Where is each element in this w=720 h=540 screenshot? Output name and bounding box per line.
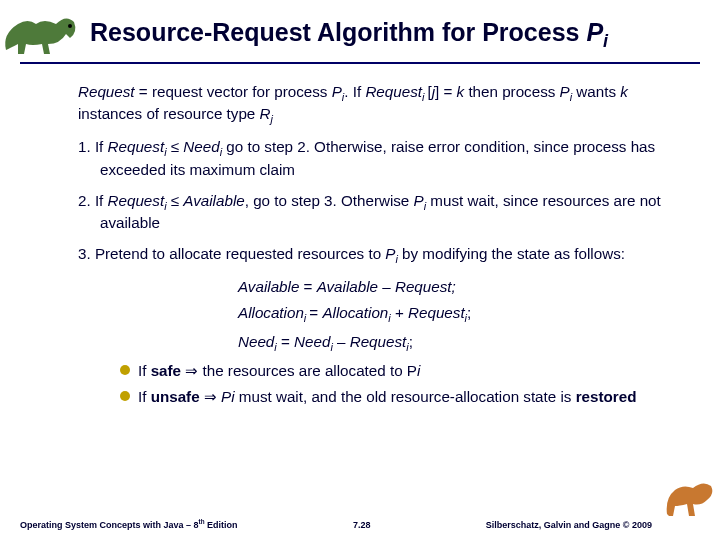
t: ; <box>467 304 471 321</box>
t: ⇒ the resources are allocated to P <box>181 362 417 379</box>
t: R <box>260 105 271 122</box>
t: by modifying the state as follows: <box>398 245 625 262</box>
bullet-icon <box>120 391 130 401</box>
t: Available <box>238 278 299 295</box>
t: If <box>138 388 151 405</box>
t: = request vector for process <box>135 83 332 100</box>
equation-allocation: Allocationi = Allocationi + Requesti; <box>78 303 680 326</box>
dinosaur-left-icon <box>0 4 82 62</box>
t: restored <box>576 388 637 405</box>
slide: Resource-Request Algorithm for Process P… <box>0 0 720 540</box>
t: Operating System Concepts with Java – 8 <box>20 520 199 530</box>
t: + <box>391 304 408 321</box>
t: . If <box>344 83 365 100</box>
t: ≤ <box>167 138 184 155</box>
t: , go to step 3. Otherwise <box>245 192 414 209</box>
t: Request <box>408 304 465 321</box>
t: Pi <box>221 388 235 405</box>
t: 1. If <box>78 138 108 155</box>
t: must wait, and the old resource-allocati… <box>235 388 576 405</box>
t: = <box>277 333 294 350</box>
t: Request <box>365 83 422 100</box>
t: P <box>560 83 570 100</box>
t: Available <box>183 192 244 209</box>
t: ≤ <box>167 192 184 209</box>
t: ; <box>409 333 413 350</box>
t: Need <box>294 333 330 350</box>
body: Request = request vector for process Pi.… <box>0 64 720 408</box>
t: ⇒ <box>200 388 221 405</box>
t: k <box>620 83 628 100</box>
t: Request <box>108 138 165 155</box>
t: then process <box>464 83 559 100</box>
t: j <box>270 114 272 126</box>
t: P <box>414 192 424 209</box>
title-text: Resource-Request Algorithm for Process <box>90 18 586 46</box>
t: Allocation <box>322 304 388 321</box>
t: safe <box>151 362 181 379</box>
t: P <box>332 83 342 100</box>
footer-right: Silberschatz, Galvin and Gagne © 2009 <box>486 520 700 530</box>
intro-paragraph: Request = request vector for process Pi.… <box>78 82 680 128</box>
svg-point-0 <box>68 24 72 28</box>
t: Allocation <box>238 304 304 321</box>
t: If <box>138 362 151 379</box>
footer-center: 7.28 <box>353 520 371 530</box>
t: – <box>378 278 395 295</box>
t: = <box>299 278 316 295</box>
equation-available: Available = Available – Request; <box>78 277 680 298</box>
t: Need <box>183 138 219 155</box>
step-1: 1. If Requesti ≤ Needi go to step 2. Oth… <box>78 137 680 180</box>
t: Need <box>238 333 274 350</box>
t: Request; <box>395 278 456 295</box>
bullet-icon <box>120 365 130 375</box>
t: instances of resource type <box>78 105 260 122</box>
equation-need: Needi = Needi – Requesti; <box>78 332 680 355</box>
t: = <box>309 304 322 321</box>
t: i <box>417 362 420 379</box>
t: – <box>333 333 350 350</box>
t: Edition <box>205 520 238 530</box>
t: unsafe <box>151 388 200 405</box>
bullet-unsafe: If unsafe ⇒ Pi must wait, and the old re… <box>78 387 680 408</box>
bullet-safe: If safe ⇒ the resources are allocated to… <box>78 361 680 382</box>
t: P <box>385 245 395 262</box>
t: Available <box>317 278 378 295</box>
t: Request <box>350 333 407 350</box>
t: 3. Pretend to allocate requested resourc… <box>78 245 385 262</box>
t: 2. If <box>78 192 108 209</box>
t: Request <box>108 192 165 209</box>
t: Request <box>78 83 135 100</box>
header: Resource-Request Algorithm for Process P… <box>0 0 720 58</box>
title-sub: i <box>603 31 608 51</box>
step-3: 3. Pretend to allocate requested resourc… <box>78 244 680 267</box>
footer-left: Operating System Concepts with Java – 8t… <box>20 518 238 530</box>
dinosaur-right-icon <box>663 470 718 520</box>
footer: Operating System Concepts with Java – 8t… <box>0 518 720 530</box>
title-proc: P <box>586 18 603 46</box>
step-2: 2. If Requesti ≤ Available, go to step 3… <box>78 191 680 234</box>
page-title: Resource-Request Algorithm for Process P… <box>90 18 700 52</box>
t: ] = <box>435 83 457 100</box>
t: wants <box>572 83 620 100</box>
